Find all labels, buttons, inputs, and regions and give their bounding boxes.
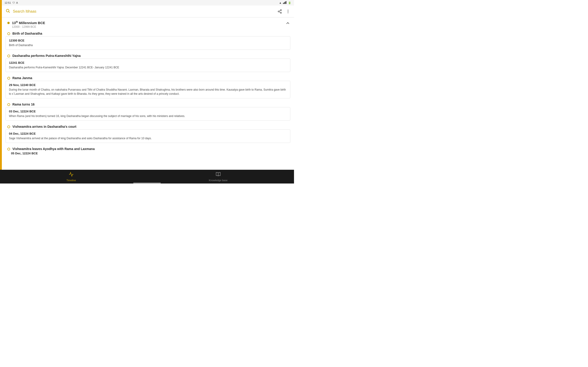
bottom-indicator: [133, 183, 161, 184]
millennium-date-range: 12000 - 12999 BCE: [12, 25, 45, 28]
detail-date: 12241 BCE: [9, 61, 287, 65]
svg-point-12: [288, 11, 288, 12]
item-dot: [7, 55, 10, 57]
detail-date: 29 Nov, 12240 BCE: [9, 83, 287, 87]
svg-rect-3: [286, 1, 286, 4]
timeline-item-birth-dasharatha: Birth of Dasharatha: [2, 29, 294, 35]
status-time: 12:51: [5, 1, 11, 4]
timeline-item-vishwamitra-court: Vishwamitra arrives in Dasharatha's cour…: [2, 123, 294, 128]
knowledge-base-icon: [216, 172, 221, 178]
wifi-icon: ▲: [279, 1, 282, 4]
svg-point-7: [278, 11, 279, 12]
timeline-icon: [69, 172, 74, 178]
svg-point-11: [288, 10, 288, 10]
signal-icon: [283, 1, 287, 4]
collapse-button[interactable]: [285, 21, 290, 27]
svg-line-9: [279, 12, 280, 12]
item-dot: [7, 77, 10, 80]
svg-line-5: [9, 12, 10, 13]
timeline-item-dasharatha-yajna: Dasharatha performs Putra-Kameshthi Yajn…: [2, 52, 294, 58]
shield-icon: 🛡: [12, 1, 15, 4]
item-title: Vishwamitra arrives in Dasharatha's cour…: [12, 125, 77, 128]
detail-desc: During the lunar month of Chaitra, on na…: [9, 88, 287, 96]
item-title: Vishwamitra leaves Ayodhya with Rama and…: [12, 147, 95, 151]
item-dot: [7, 148, 10, 150]
item-title: Rama Janma: [12, 76, 32, 80]
millennium-dot: [7, 22, 10, 24]
battery-icon: 🔋: [288, 1, 291, 4]
left-accent-bar: [0, 0, 2, 184]
search-bar: [2, 6, 294, 17]
timeline-label: Timeline: [66, 179, 76, 182]
detail-desc: Birth of Dasharatha: [9, 43, 287, 47]
svg-point-13: [288, 12, 288, 13]
knowledge-base-label: Knowledge base: [209, 179, 227, 182]
item-dot: [7, 125, 10, 128]
a-icon: A: [16, 1, 18, 4]
detail-date: 12300 BCE: [9, 39, 287, 42]
content-area: 13th Millennium BCE 12000 - 12999 BCE Bi…: [2, 17, 294, 170]
detail-desc: Sage Vishwamitra arrived at the palace o…: [9, 136, 287, 140]
svg-rect-2: [285, 2, 285, 4]
detail-card-vishwamitra-court[interactable]: 04 Dec, 12224 BCE Sage Vishwamitra arriv…: [6, 129, 290, 143]
detail-date: 03 Dec, 12224 BCE: [9, 110, 287, 113]
detail-card-rama-janma[interactable]: 29 Nov, 12240 BCE During the lunar month…: [6, 81, 290, 98]
status-bar: 12:51 🛡 A ▲ 🔋: [2, 0, 294, 6]
timeline-item-vishwamitra-leaves: Vishwamitra leaves Ayodhya with Rama and…: [2, 145, 294, 151]
detail-card-rama-turns-16[interactable]: 03 Dec, 12224 BCE When Rama (and his bro…: [6, 107, 290, 121]
item-title: Birth of Dasharatha: [12, 32, 42, 35]
share-button[interactable]: [277, 9, 282, 14]
svg-point-6: [280, 9, 282, 10]
svg-rect-0: [283, 3, 284, 4]
search-icon: [6, 8, 10, 14]
detail-desc: Dasharatha performs Putra-Kameshthi Yajn…: [9, 65, 287, 69]
millennium-title: 13th Millennium BCE: [12, 21, 45, 25]
timeline-item-rama-janma: Rama Janma: [2, 74, 294, 80]
item-dot: [7, 103, 10, 106]
svg-rect-1: [284, 2, 285, 4]
nav-item-timeline[interactable]: Timeline: [57, 170, 85, 184]
svg-line-10: [279, 10, 280, 11]
svg-point-8: [280, 12, 282, 13]
nav-item-knowledge-base[interactable]: Knowledge base: [199, 170, 237, 184]
detail-desc: When Rama (and his brothers) turned 16, …: [9, 114, 287, 118]
item-title: Dasharatha performs Putra-Kameshthi Yajn…: [12, 54, 81, 58]
item-title: Rama turns 16: [12, 102, 35, 106]
timeline-item-rama-turns-16: Rama turns 16: [2, 100, 294, 106]
partial-date: 05 Dec, 12224 BCE: [2, 151, 294, 157]
bottom-nav: Timeline Knowledge base: [0, 170, 294, 184]
millennium-header: 13th Millennium BCE 12000 - 12999 BCE: [2, 17, 294, 29]
search-input[interactable]: [13, 9, 275, 14]
detail-card-birth-dasharatha[interactable]: 12300 BCE Birth of Dasharatha: [6, 36, 290, 50]
detail-date: 04 Dec, 12224 BCE: [9, 132, 287, 135]
more-options-button[interactable]: [286, 9, 290, 14]
svg-point-4: [6, 9, 9, 12]
detail-card-dasharatha-yajna[interactable]: 12241 BCE Dasharatha performs Putra-Kame…: [6, 58, 290, 72]
item-dot: [7, 32, 10, 35]
